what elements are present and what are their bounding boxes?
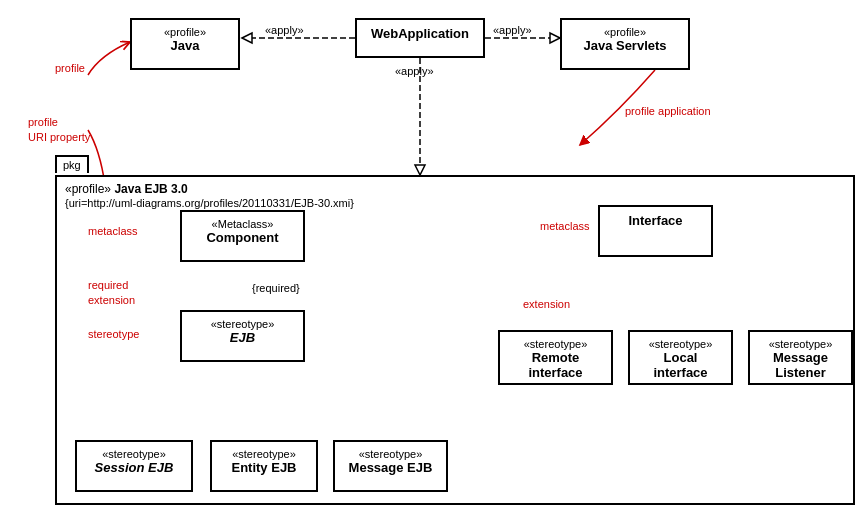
webapp-name: WebApplication [367,26,473,41]
message-listener-stereotype: «stereotype» [760,338,841,350]
apply-label-2: «apply» [493,24,532,36]
profile-uri-label: profileURI property [28,115,90,146]
ejb-stereotype: «stereotype» [192,318,293,330]
session-ejb-name: Session EJB [87,460,181,475]
remote-interface-name: Remote interface [510,350,601,380]
extension-label: extension [523,298,570,310]
pkg-label: «profile» Java EJB 3.0 [65,182,188,196]
local-interface-stereotype: «stereotype» [640,338,721,350]
required-label: {required} [252,282,300,294]
java-servlets-box: «profile» Java Servlets [560,18,690,70]
java-stereotype: «profile» [142,26,228,38]
interface-box: Interface [598,205,713,257]
message-listener-name: Message Listener [760,350,841,380]
entity-ejb-box: «stereotype» Entity EJB [210,440,318,492]
entity-ejb-stereotype: «stereotype» [222,448,306,460]
message-ejb-name: Message EJB [345,460,436,475]
component-name: Component [192,230,293,245]
message-ejb-box: «stereotype» Message EJB [333,440,448,492]
ejb-box: «stereotype» EJB [180,310,305,362]
svg-marker-1 [242,33,252,43]
local-interface-box: «stereotype» Local interface [628,330,733,385]
entity-ejb-name: Entity EJB [222,460,306,475]
stereotype-label: stereotype [88,328,139,340]
metaclass-label-2: metaclass [540,220,590,232]
required-extension-label: requiredextension [88,278,135,309]
local-interface-name: Local interface [640,350,721,380]
apply-label-1: «apply» [265,24,304,36]
remote-interface-stereotype: «stereotype» [510,338,601,350]
session-ejb-box: «stereotype» Session EJB [75,440,193,492]
svg-marker-3 [550,33,560,43]
apply-label-3: «apply» [395,65,434,77]
diagram-container: Java Servlets dashed --> [0,0,860,515]
message-ejb-stereotype: «stereotype» [345,448,436,460]
webapp-box: WebApplication [355,18,485,58]
java-name: Java [142,38,228,53]
metaclass-label-1: metaclass [88,225,138,237]
interface-name: Interface [610,213,701,228]
profile-label: profile [55,62,85,74]
java-servlets-name: Java Servlets [572,38,678,53]
svg-marker-5 [415,165,425,175]
session-ejb-stereotype: «stereotype» [87,448,181,460]
java-servlets-stereotype: «profile» [572,26,678,38]
java-box: «profile» Java [130,18,240,70]
component-box: «Metaclass» Component [180,210,305,262]
message-listener-box: «stereotype» Message Listener [748,330,853,385]
pkg-tab: pkg [55,155,89,173]
remote-interface-box: «stereotype» Remote interface [498,330,613,385]
profile-application-label: profile application [625,105,711,117]
component-stereotype: «Metaclass» [192,218,293,230]
ejb-name: EJB [192,330,293,345]
pkg-uri: {uri=http://uml-diagrams.org/profiles/20… [65,197,354,209]
